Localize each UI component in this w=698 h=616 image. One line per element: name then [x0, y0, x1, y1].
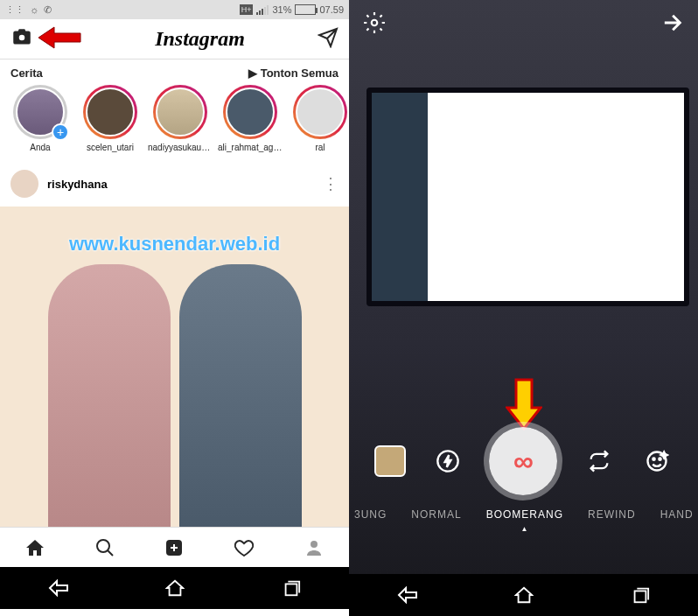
story-item[interactable]: ali_rahmat_agr...: [215, 85, 285, 152]
mode-item[interactable]: REWIND: [588, 508, 636, 521]
svg-rect-4: [285, 584, 297, 595]
android-status-bar: ⋮⋮ ☼ ✆ H+ 31% 07.59: [0, 0, 349, 19]
android-nav-bar: [349, 574, 698, 616]
svg-marker-6: [507, 380, 541, 429]
post-menu-icon[interactable]: ⋮: [323, 174, 339, 193]
instagram-header: Instagram: [0, 19, 349, 60]
switch-camera-icon[interactable]: [583, 445, 615, 477]
face-filter-icon[interactable]: [641, 445, 673, 477]
profile-tab[interactable]: [279, 528, 349, 567]
instagram-logo: Instagram: [155, 27, 245, 51]
shutter-button[interactable]: ∞: [489, 427, 557, 495]
camera-viewfinder: ∞ 3UNG NORMAL BOOMERANG REWIND HAND: [349, 0, 698, 574]
back-button[interactable]: [0, 567, 116, 609]
direct-message-icon[interactable]: [318, 27, 339, 52]
search-tab[interactable]: [70, 528, 140, 567]
tutorial-arrow-left: [37, 24, 82, 54]
battery-icon: [295, 4, 316, 15]
story-item[interactable]: ral: [285, 85, 349, 152]
monitor-in-viewfinder: [366, 88, 689, 306]
home-button[interactable]: [465, 574, 582, 616]
clock: 07.59: [319, 4, 344, 15]
whatsapp-icon: ✆: [44, 4, 52, 16]
bottom-nav: [0, 527, 349, 567]
tutorial-arrow-down: [506, 378, 542, 434]
story-own[interactable]: + Anda: [5, 85, 75, 152]
stories-row[interactable]: + Anda scelen_utari nadiyyasukaungu ali_…: [0, 85, 349, 161]
post-header: riskydhana ⋮: [0, 161, 349, 206]
activity-tab[interactable]: [209, 528, 279, 567]
svg-point-1: [97, 540, 109, 552]
story-item[interactable]: nadiyyasukaungu: [145, 85, 215, 152]
gallery-thumbnail[interactable]: [374, 445, 406, 477]
svg-point-3: [311, 541, 318, 548]
svg-point-9: [653, 458, 654, 460]
add-story-icon[interactable]: +: [52, 123, 69, 141]
mode-item[interactable]: 3UNG: [354, 508, 387, 521]
post-username[interactable]: riskydhana: [47, 178, 314, 191]
recents-button[interactable]: [582, 574, 698, 616]
camera-mode-strip[interactable]: 3UNG NORMAL BOOMERANG REWIND HAND: [349, 497, 698, 532]
post-avatar[interactable]: [10, 170, 38, 198]
home-tab[interactable]: [0, 528, 70, 567]
svg-marker-0: [38, 27, 80, 48]
mode-item[interactable]: NORMAL: [411, 508, 461, 521]
camera-icon[interactable]: [10, 26, 33, 52]
mode-item[interactable]: HAND: [660, 508, 694, 521]
bbm-icon: ⋮⋮: [5, 4, 24, 16]
recents-button[interactable]: [233, 567, 349, 609]
android-nav-bar: [0, 567, 349, 609]
forward-arrow-icon[interactable]: [660, 10, 684, 38]
svg-point-10: [659, 458, 660, 460]
network-type: H+: [240, 4, 254, 15]
new-post-tab[interactable]: [140, 528, 210, 567]
post-image[interactable]: www.kusnendar.web.id: [0, 206, 349, 527]
svg-rect-11: [634, 591, 646, 602]
svg-point-5: [372, 20, 378, 26]
flash-icon[interactable]: [432, 445, 464, 477]
signal-icon: [256, 4, 269, 15]
story-item[interactable]: scelen_utari: [75, 85, 145, 152]
watermark: www.kusnendar.web.id: [69, 233, 280, 256]
back-button[interactable]: [349, 574, 465, 616]
battery-pct: 31%: [272, 4, 291, 15]
stories-label: Cerita: [10, 66, 43, 80]
boomerang-icon: ∞: [513, 445, 534, 478]
home-button[interactable]: [116, 567, 233, 609]
mode-item-active[interactable]: BOOMERANG: [486, 508, 563, 521]
settings-icon[interactable]: [363, 11, 386, 38]
sun-icon: ☼: [30, 4, 38, 15]
watch-all-link[interactable]: ▶ Tonton Semua: [248, 66, 339, 80]
